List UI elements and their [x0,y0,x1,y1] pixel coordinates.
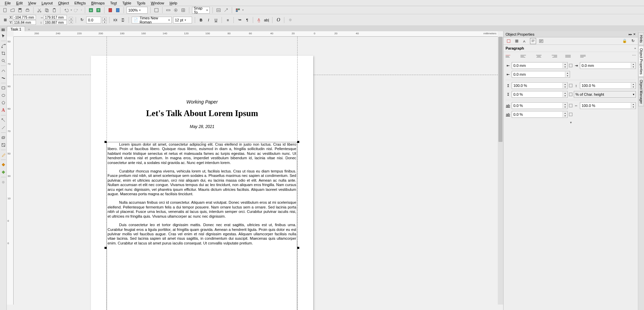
align-right-icon[interactable] [550,53,557,59]
vertical-ruler[interactable]: 507090907050301000 [7,37,14,305]
transparency-tool-icon[interactable] [1,142,6,148]
show-guides-icon[interactable] [180,7,186,13]
section-collapse-icon[interactable]: ▫ [634,46,636,50]
docker-collapse-icon[interactable]: ▸▸ ✕ [629,33,636,36]
effects-tool-icon[interactable] [1,135,6,140]
outline-tab-icon[interactable] [506,38,512,44]
font-combo[interactable]: 📄Times New Roman [132,17,172,23]
launch-icon[interactable] [223,7,229,13]
zoom-tool-icon[interactable] [1,58,6,63]
line-space-input[interactable] [580,83,631,89]
align-more-icon[interactable]: ⋯ [632,53,636,59]
menu-window[interactable]: Window [148,0,167,6]
horizontal-ruler[interactable]: millimeters 2602402202001801601401201008… [14,31,498,37]
char-space-input[interactable] [512,103,563,109]
line-unit-combo[interactable] [574,91,632,97]
redo-icon[interactable] [73,7,79,13]
align-icon[interactable]: ≡ [225,17,231,23]
pick-tool-icon[interactable] [1,33,6,39]
polygon-tool-icon[interactable] [1,100,6,106]
add-prop-icon[interactable]: ⊕ [287,17,293,23]
bold-icon[interactable]: B [198,17,204,23]
ellipse-tool-icon[interactable] [1,93,6,98]
print-icon[interactable] [24,7,31,13]
shape-tool-icon[interactable] [1,43,6,49]
indent-first-input[interactable] [512,71,565,77]
open-icon[interactable] [10,7,16,13]
vertical-scrollbar[interactable]: ▴ [498,37,503,305]
mirror-v-icon[interactable] [120,17,126,23]
fullscreen-icon[interactable] [153,7,159,13]
crop-tool-icon[interactable] [1,51,6,56]
indent-left-input[interactable] [512,62,563,69]
mirror-h-icon[interactable] [112,17,118,23]
grid-origin-icon[interactable]: ⊞ [2,17,8,23]
height-input[interactable] [44,20,67,25]
publish-pdf-icon[interactable] [107,7,113,13]
options-icon[interactable] [215,7,222,13]
edit-text-icon[interactable]: ab| [263,17,269,23]
fill-tool-icon[interactable] [1,162,6,167]
copy-icon[interactable] [44,7,50,13]
menu-layout[interactable]: Layout [39,0,55,6]
zoom-combo[interactable]: 100% [127,7,148,14]
lang-space-input[interactable] [512,111,563,117]
menu-bitmaps[interactable]: Bitmaps [89,0,108,6]
snap-combo[interactable]: Snap To [192,7,210,14]
bullets-icon[interactable]: ≔ [236,17,243,23]
smart-fill-icon[interactable] [1,169,6,175]
align-center-icon[interactable] [535,53,542,59]
show-grid-icon[interactable] [173,7,179,13]
underline-icon[interactable]: U [213,17,219,23]
artistic-media-icon[interactable] [1,75,6,81]
menu-view[interactable]: View [25,0,39,6]
char-tab-icon[interactable]: A [522,38,528,44]
publish-html-icon[interactable] [115,7,121,13]
fill-tab-icon[interactable] [514,38,520,44]
italic-icon[interactable]: I [205,17,211,23]
menu-help[interactable]: Help [167,0,180,6]
text-props-icon[interactable]: A̲ [256,17,262,23]
align-none-icon[interactable] [506,53,512,59]
tab-object-manager[interactable]: Object Manager [638,77,644,106]
menu-file[interactable]: File [2,0,14,6]
show-rulers-icon[interactable] [165,7,171,13]
app-launcher-icon[interactable] [235,7,241,13]
lock-spacing-icon[interactable] [569,84,572,87]
space-before-input[interactable] [512,83,563,89]
text-tool-icon[interactable]: A [1,108,6,113]
menu-text[interactable]: Text [107,0,119,6]
rectangle-tool-icon[interactable] [1,85,6,91]
y-input[interactable] [13,20,36,25]
align-justify-icon[interactable] [565,53,572,59]
align-force-justify-icon[interactable] [580,53,587,59]
paragraph-tab-icon[interactable] [530,38,536,44]
text-frame[interactable]: ▫ Lorem ipsum dolor sit amet, consectetu… [107,142,297,310]
apply-icon[interactable]: ↻ [630,38,636,44]
x-input[interactable] [13,15,36,20]
connector-tool-icon[interactable] [1,125,6,130]
freehand-tool-icon[interactable] [1,68,6,73]
frame-tab-icon[interactable] [538,38,544,44]
menu-tools[interactable]: Tools [134,0,148,6]
menu-effects[interactable]: Effects [72,0,88,6]
apply-lock-icon[interactable]: 🔒 [622,38,628,44]
width-input[interactable] [44,15,67,20]
indent-right-input[interactable] [580,62,631,69]
paste-icon[interactable] [51,7,57,13]
export-icon[interactable] [95,7,101,13]
align-left-icon[interactable] [520,53,527,59]
import-icon[interactable] [88,7,94,13]
save-icon[interactable] [17,7,23,13]
cut-icon[interactable] [36,7,42,13]
new-icon[interactable] [2,7,8,13]
menu-object[interactable]: Object [55,0,72,6]
space-after-input[interactable] [512,91,563,97]
font-size-combo[interactable]: 12 pt [173,17,192,23]
lock-indent-icon[interactable] [569,64,572,67]
menu-table[interactable]: Table [120,0,134,6]
tab-hints[interactable]: Hints [638,33,644,45]
undo-icon[interactable] [63,7,69,13]
eyedropper-tool-icon[interactable] [1,152,6,158]
word-space-input[interactable] [580,103,631,109]
